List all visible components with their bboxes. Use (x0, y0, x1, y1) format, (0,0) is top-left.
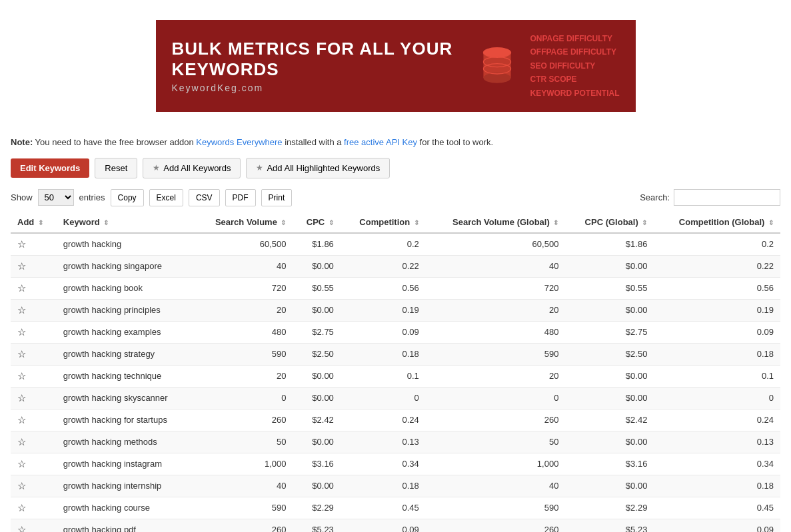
reset-button[interactable]: Reset (95, 158, 137, 178)
cpc-cell: $2.42 (293, 409, 340, 431)
sv-global-cell: 40 (426, 475, 566, 497)
search-volume-cell: 0 (195, 387, 293, 409)
table-row: ☆ growth hacking technique 20 $0.00 0.1 … (11, 365, 780, 387)
comp-global-cell: 0.09 (654, 519, 780, 532)
comp-global-cell: 0.2 (654, 233, 780, 256)
keyword-cell: growth hacking (57, 233, 195, 256)
comp-global-cell: 0.09 (654, 321, 780, 343)
search-volume-cell: 260 (195, 409, 293, 431)
competition-cell: 0.09 (341, 321, 426, 343)
cpc-global-cell: $2.29 (565, 497, 654, 519)
comp-global-cell: 0.13 (654, 431, 780, 453)
keyword-cell: growth hacking examples (57, 321, 195, 343)
banner-title: BULK METRICS FOR ALL YOUR KEYWORDS (172, 39, 464, 80)
keyword-cell: growth hacking book (57, 277, 195, 299)
star-cell[interactable]: ☆ (11, 365, 57, 387)
search-volume-cell: 40 (195, 255, 293, 277)
cpc-global-cell: $0.00 (565, 299, 654, 321)
star-cell[interactable]: ☆ (11, 475, 57, 497)
comp-global-cell: 0 (654, 387, 780, 409)
star-cell[interactable]: ☆ (11, 233, 57, 256)
add-all-highlighted-button[interactable]: Add All Highlighted Keywords (246, 158, 390, 178)
col-add[interactable]: Add ⇕ (11, 212, 57, 233)
cpc-cell: $0.00 (293, 475, 340, 497)
table-row: ☆ growth hacking for startups 260 $2.42 … (11, 409, 780, 431)
comp-global-cell: 0.19 (654, 299, 780, 321)
add-all-keywords-label: Add All Keywords (163, 163, 231, 173)
sv-global-cell: 60,500 (426, 233, 566, 256)
pdf-button[interactable]: PDF (225, 189, 256, 206)
star-cell[interactable]: ☆ (11, 321, 57, 343)
comp-global-cell: 0.18 (654, 343, 780, 365)
star-cell[interactable]: ☆ (11, 409, 57, 431)
col-sv-global[interactable]: Search Volume (Global) ⇕ (426, 212, 566, 233)
col-cpc[interactable]: CPC ⇕ (293, 212, 340, 233)
cpc-cell: $0.00 (293, 365, 340, 387)
sv-global-cell: 1,000 (426, 453, 566, 475)
competition-cell: 0.18 (341, 343, 426, 365)
cpc-global-cell: $5.23 (565, 519, 654, 532)
search-volume-cell: 20 (195, 299, 293, 321)
col-competition[interactable]: Competition ⇕ (341, 212, 426, 233)
keyword-cell: growth hacking instagram (57, 453, 195, 475)
star-cell[interactable]: ☆ (11, 431, 57, 453)
star-cell[interactable]: ☆ (11, 387, 57, 409)
search-volume-cell: 720 (195, 277, 293, 299)
cpc-global-cell: $0.00 (565, 387, 654, 409)
search-area: Search: (640, 189, 780, 206)
banner-stats: ONPAGE DIFFICULTY OFFPAGE DIFFICULTY SEO… (530, 32, 620, 100)
search-input[interactable] (674, 189, 780, 206)
sv-global-cell: 260 (426, 519, 566, 532)
star-cell[interactable]: ☆ (11, 343, 57, 365)
print-button[interactable]: Print (261, 189, 293, 206)
cpc-global-cell: $0.00 (565, 431, 654, 453)
comp-global-cell: 0.56 (654, 277, 780, 299)
table-row: ☆ growth hacking internship 40 $0.00 0.1… (11, 475, 780, 497)
competition-cell: 0.1 (341, 365, 426, 387)
cpc-global-cell: $0.00 (565, 475, 654, 497)
edit-keywords-button[interactable]: Edit Keywords (11, 158, 89, 178)
keyword-cell: growth hacking skyscanner (57, 387, 195, 409)
star-cell[interactable]: ☆ (11, 255, 57, 277)
star-cell[interactable]: ☆ (11, 497, 57, 519)
csv-button[interactable]: CSV (189, 189, 220, 206)
keyword-cell: growth hacking course (57, 497, 195, 519)
sv-global-cell: 720 (426, 277, 566, 299)
star-cell[interactable]: ☆ (11, 299, 57, 321)
search-volume-cell: 590 (195, 497, 293, 519)
comp-global-cell: 0.45 (654, 497, 780, 519)
sv-global-cell: 20 (426, 365, 566, 387)
keywords-everywhere-link[interactable]: Keywords Everywhere (196, 137, 282, 147)
comp-global-cell: 0.34 (654, 453, 780, 475)
cpc-global-cell: $1.86 (565, 233, 654, 256)
entries-select[interactable]: 50 25 100 (38, 189, 74, 206)
show-label: Show (11, 192, 33, 202)
col-search-volume[interactable]: Search Volume ⇕ (195, 212, 293, 233)
add-all-keywords-button[interactable]: Add All Keywords (143, 158, 241, 178)
sv-global-cell: 40 (426, 255, 566, 277)
note-label: Note: (11, 137, 33, 147)
cpc-global-cell: $3.16 (565, 453, 654, 475)
copy-button[interactable]: Copy (111, 189, 144, 206)
col-cpc-global[interactable]: CPC (Global) ⇕ (565, 212, 654, 233)
sv-global-cell: 260 (426, 409, 566, 431)
excel-button[interactable]: Excel (149, 189, 183, 206)
sv-global-cell: 0 (426, 387, 566, 409)
col-keyword[interactable]: Keyword ⇕ (57, 212, 195, 233)
star-cell[interactable]: ☆ (11, 519, 57, 532)
star-cell[interactable]: ☆ (11, 277, 57, 299)
banner-subtitle: KeywordKeg.com (172, 83, 464, 93)
cpc-cell: $0.00 (293, 387, 340, 409)
table-row: ☆ growth hacking skyscanner 0 $0.00 0 0 … (11, 387, 780, 409)
star-cell[interactable]: ☆ (11, 453, 57, 475)
note-text3: for the tool to work. (420, 137, 494, 147)
col-comp-global[interactable]: Competition (Global) ⇕ (654, 212, 780, 233)
table-row: ☆ growth hacking instagram 1,000 $3.16 0… (11, 453, 780, 475)
entries-label: entries (79, 192, 105, 202)
keyword-cell: growth hacking internship (57, 475, 195, 497)
api-key-link[interactable]: free active API Key (344, 137, 417, 147)
cpc-cell: $0.55 (293, 277, 340, 299)
banner: BULK METRICS FOR ALL YOUR KEYWORDS Keywo… (156, 20, 636, 112)
sv-global-cell: 590 (426, 343, 566, 365)
keyword-cell: growth hacking principles (57, 299, 195, 321)
